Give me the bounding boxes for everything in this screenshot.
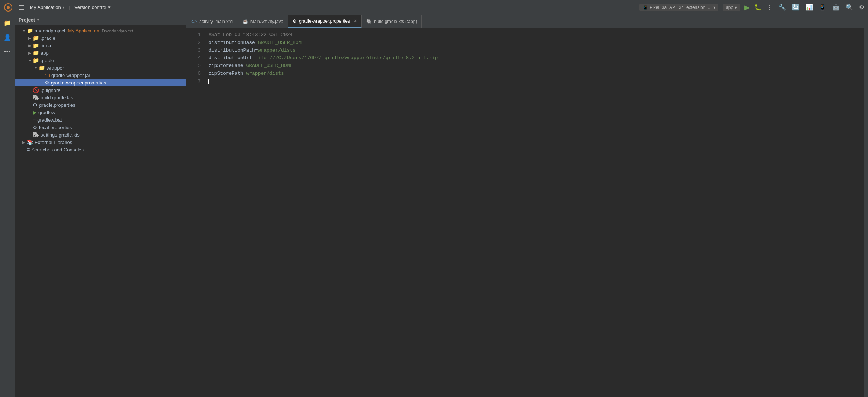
tab-build-gradle-kts-app[interactable]: 🐘 build.gradle.kts (:app)	[362, 15, 422, 28]
profiler-button[interactable]: 📊	[805, 3, 814, 12]
line-num-3: 3	[186, 47, 201, 55]
debug-button[interactable]: 🐛	[754, 4, 762, 11]
device-selector[interactable]: 📱 Pixel_3a_API_34_extension_... ▾	[639, 4, 718, 11]
tree-item-gradle-wrapper-properties[interactable]: ⚙ gradle-wrapper.properties	[15, 79, 186, 86]
version-control-dropdown[interactable]: Version control ▾	[74, 4, 111, 10]
tree-item-idea[interactable]: ▶ 📁 .idea	[15, 42, 186, 49]
file-icon-gradlew: ▶	[33, 109, 37, 115]
code-line-5: zipStoreBase=GRADLE_USER_HOME	[208, 62, 859, 70]
tab-gradle-wrapper-properties[interactable]: ⚙ gradle-wrapper.properties ✕	[288, 15, 362, 28]
vc-chevron: ▾	[108, 4, 111, 10]
tree-item-local-properties[interactable]: ⚙ local.properties	[15, 124, 186, 131]
tree-label-build-gradle-kts: build.gradle.kts	[41, 95, 186, 100]
tree-item-gradle-hidden[interactable]: ▶ 📁 .gradle	[15, 34, 186, 42]
file-icon-gradle-wrapper-jar: 🗃	[45, 72, 50, 78]
tree-item-andoridproject[interactable]: ▾ 📁 andoridproject [My Application] D:\a…	[15, 27, 186, 34]
tree-label-app: app	[41, 50, 186, 56]
app-run-selector[interactable]: app ▾	[723, 4, 740, 11]
app-logo	[3, 2, 13, 13]
folder-icon-andoridproject: 📁	[27, 28, 33, 33]
tree-label-external-libs: External Libraries	[35, 140, 186, 145]
folder-icon-app: 📁	[33, 50, 39, 56]
tab-icon-build-gradle-kts-app: 🐘	[366, 19, 372, 24]
tree-item-build-gradle-kts[interactable]: 🐘 build.gradle.kts	[15, 94, 186, 101]
tree-item-app[interactable]: ▶ 📁 app	[15, 49, 186, 57]
tree-label-scratches: Scratches and Consoles	[31, 147, 186, 153]
more-run-options-button[interactable]: ⋮	[766, 3, 773, 12]
menu-separator: |	[69, 5, 70, 10]
sidebar-chevron[interactable]: ▾	[37, 18, 39, 22]
editor-content: 1 2 3 4 5 6 7 #Sat Feb 03 18:43:22 CST 2…	[186, 28, 868, 397]
file-icon-gradlew-bat: ≡	[33, 117, 36, 123]
tree-label-andoridproject: andoridproject [My Application] D:\andor…	[35, 28, 186, 33]
file-icon-build-gradle-kts: 🐘	[33, 95, 39, 100]
run-button[interactable]: ▶	[744, 3, 750, 12]
editor-scrollbar[interactable]	[864, 28, 868, 397]
tab-activity-main-xml[interactable]: </> activity_main.xml	[186, 15, 238, 28]
folder-icon-idea: 📁	[33, 42, 39, 48]
toolbar-settings-button[interactable]: 🔧	[778, 3, 787, 12]
tree-arrow-idea: ▶	[27, 44, 33, 48]
code-line-2: distributionBase=GRADLE_USER_HOME	[208, 39, 859, 47]
code-editor[interactable]: #Sat Feb 03 18:43:22 CST 2024 distributi…	[204, 28, 864, 397]
vcs-icon[interactable]: 👤	[2, 32, 13, 42]
app-title-dropdown[interactable]: My Application ▾	[30, 4, 64, 10]
tree-label-wrapper: wrapper	[47, 65, 186, 71]
tree-label-local-properties: local.properties	[39, 125, 186, 130]
tab-mainactivity-java[interactable]: ☕ MainActivity.java	[238, 15, 288, 28]
search-button[interactable]: 🔍	[845, 3, 854, 12]
tree-label-gradlew-bat: gradlew.bat	[37, 117, 186, 123]
sidebar-header: Project ▾	[15, 15, 186, 25]
line-num-7: 7	[186, 78, 201, 86]
editor-area: </> activity_main.xml ☕ MainActivity.jav…	[186, 15, 868, 397]
tree-item-gradle-wrapper-jar[interactable]: 🗃 gradle-wrapper.jar	[15, 71, 186, 79]
tree-item-wrapper[interactable]: ▾ 📁 wrapper	[15, 64, 186, 71]
device-chevron: ▾	[713, 5, 715, 10]
svg-point-1	[7, 6, 10, 9]
device-manager-button[interactable]: 📱	[818, 3, 827, 12]
line-num-1: 1	[186, 31, 201, 39]
tree-item-gradle-folder[interactable]: ▾ 📁 gradle	[15, 57, 186, 64]
device-icon: 📱	[642, 5, 648, 10]
tab-label-build-gradle-kts-app: build.gradle.kts (:app)	[374, 19, 417, 24]
tree-item-scratches[interactable]: ≡ Scratches and Consoles	[15, 146, 186, 153]
ide-settings-button[interactable]: ⚙	[858, 3, 865, 12]
folder-icon-gradle-hidden: 📁	[33, 35, 39, 41]
vc-label: Version control	[74, 4, 106, 10]
scratches-icon: ≡	[27, 147, 30, 153]
folder-icon-gradle-folder: 📁	[33, 57, 39, 63]
sync-button[interactable]: 🔄	[791, 3, 800, 12]
project-view-icon[interactable]: 📁	[2, 18, 13, 28]
tree-label-gradle-wrapper-jar: gradle-wrapper.jar	[51, 73, 186, 78]
tabs-bar: </> activity_main.xml ☕ MainActivity.jav…	[186, 15, 868, 28]
tab-icon-activity-main: </>	[191, 19, 197, 24]
hamburger-menu[interactable]: ☰	[16, 2, 27, 13]
tab-close-gradle-wrapper-props[interactable]: ✕	[354, 19, 357, 23]
device-label: Pixel_3a_API_34_extension_...	[650, 5, 712, 10]
line-num-6: 6	[186, 70, 201, 78]
code-line-7	[208, 78, 859, 86]
sidebar-tree: ▾ 📁 andoridproject [My Application] D:\a…	[15, 25, 186, 397]
tree-arrow-wrapper: ▾	[33, 66, 39, 70]
tree-arrow-gradle-hidden: ▶	[27, 36, 33, 40]
line-numbers: 1 2 3 4 5 6 7	[186, 28, 204, 397]
assistant-button[interactable]: 🤖	[832, 3, 840, 12]
tree-item-gradlew[interactable]: ▶ gradlew	[15, 109, 186, 116]
tree-item-gitignore[interactable]: 🚫 .gitignore	[15, 86, 186, 94]
tab-icon-gradle-wrapper-props: ⚙	[293, 19, 297, 24]
more-tools-icon[interactable]: •••	[3, 47, 12, 57]
app-title-chevron: ▾	[63, 5, 64, 9]
tree-arrow-andoridproject: ▾	[21, 29, 27, 33]
tree-item-external-libs[interactable]: ▶ 📚 External Libraries	[15, 138, 186, 146]
tree-label-idea: .idea	[41, 43, 186, 48]
tree-item-settings-gradle-kts[interactable]: 🐘 settings.gradle.kts	[15, 131, 186, 138]
tab-icon-mainactivity: ☕	[243, 19, 248, 24]
main-layout: 📁 👤 ••• Project ▾ ▾ 📁 andoridproject [My…	[0, 15, 868, 397]
line-num-4: 4	[186, 54, 201, 62]
file-icon-gitignore: 🚫	[33, 87, 39, 93]
tree-item-gradle-properties[interactable]: ⚙ gradle.properties	[15, 101, 186, 109]
code-line-6: zipStorePath=wrapper/dists	[208, 70, 859, 78]
tree-arrow-gradle-folder: ▾	[27, 58, 33, 63]
sidebar: Project ▾ ▾ 📁 andoridproject [My Applica…	[15, 15, 186, 397]
tree-item-gradlew-bat[interactable]: ≡ gradlew.bat	[15, 116, 186, 124]
